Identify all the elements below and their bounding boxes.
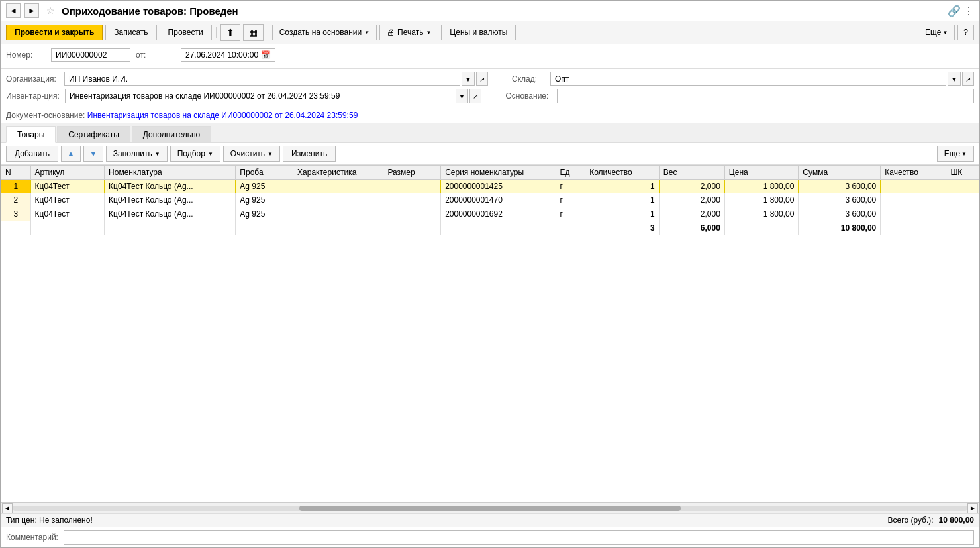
doc-number: ИИ000000002 (51, 48, 130, 62)
printer-icon: 🖨 (387, 28, 395, 37)
move-up-button[interactable]: ▲ (61, 146, 81, 162)
cell-weight: 2,000 (659, 207, 724, 221)
change-button[interactable]: Изменить (283, 146, 336, 162)
back-button[interactable]: ◄ (6, 3, 21, 18)
prices-button[interactable]: Цены и валюты (441, 25, 516, 40)
horizontal-scrollbar[interactable]: ◄ ► (1, 502, 979, 513)
upload-button[interactable]: ⬆ (220, 24, 240, 41)
inv-input[interactable] (65, 89, 454, 103)
col-unit: Ед (556, 166, 585, 180)
down-arrow-icon: ▼ (89, 149, 97, 158)
print-button[interactable]: 🖨 Печать (379, 25, 438, 40)
date-label: от: (136, 50, 175, 60)
date-field[interactable]: 27.06.2024 10:00:00 📅 (181, 48, 275, 62)
cell-characteristic (293, 180, 383, 193)
table-button[interactable]: ▦ (243, 24, 264, 41)
cell-characteristic (293, 207, 383, 221)
doc-basis-link[interactable]: Инвентаризация товаров на складе ИИ00000… (87, 111, 358, 120)
cell-article: Кц04Тест (30, 193, 105, 207)
cell-quantity: 1 (585, 180, 660, 193)
org-dropdown-btn[interactable]: ▼ (462, 72, 475, 86)
total-weight: 6,000 (659, 221, 724, 235)
separator-2 (268, 27, 268, 38)
cell-weight: 2,000 (659, 193, 724, 207)
date-value: 27.06.2024 10:00:00 (185, 50, 258, 60)
comment-bar: Комментарий: (1, 527, 979, 547)
post-button[interactable]: Провести (160, 25, 212, 40)
favorite-button[interactable]: ☆ (43, 3, 58, 18)
num-label: Номер: (6, 50, 46, 60)
upload-icon: ⬆ (226, 27, 234, 38)
col-article: Артикул (30, 166, 105, 180)
status-bar: Тип цен: Не заполнено! Всего (руб.): 10 … (1, 513, 979, 527)
separator-1 (216, 27, 217, 38)
cell-sum: 3 600,00 (799, 207, 881, 221)
move-down-button[interactable]: ▼ (83, 146, 103, 162)
cell-size (383, 180, 441, 193)
col-quantity: Количество (585, 166, 660, 180)
tab-certificates[interactable]: Сертификаты (57, 126, 130, 142)
post-close-button[interactable]: Провести и закрыть (6, 25, 103, 40)
cell-n: 2 (1, 193, 31, 207)
cell-quality (881, 180, 946, 193)
warehouse-label: Склад: (512, 74, 545, 83)
basis-label: Основание: (505, 91, 552, 101)
scroll-right-btn[interactable]: ► (967, 503, 978, 514)
create-basis-button[interactable]: Создать на основании (272, 25, 377, 40)
link-button[interactable]: 🔗 (948, 5, 961, 17)
forward-button[interactable]: ► (24, 3, 39, 18)
doc-basis-label: Документ-основание: (6, 111, 85, 120)
calendar-icon[interactable]: 📅 (261, 50, 271, 60)
scroll-left-btn[interactable]: ◄ (2, 503, 13, 514)
cell-characteristic (293, 193, 383, 207)
page-title: Оприходование товаров: Проведен (62, 5, 944, 17)
cell-probe: Ag 925 (236, 193, 293, 207)
org-input[interactable] (64, 72, 460, 86)
warehouse-input[interactable] (550, 72, 946, 86)
cell-probe: Ag 925 (236, 207, 293, 221)
cell-nomenclature: Кц04Тест Кольцо (Ag... (105, 180, 236, 193)
org-open-btn[interactable]: ↗ (476, 72, 488, 86)
fill-button[interactable]: Заполнить (106, 146, 168, 162)
table-row[interactable]: 3Кц04ТестКц04Тест Кольцо (Ag...Ag 925200… (1, 207, 979, 221)
cell-quantity: 1 (585, 193, 660, 207)
org-label: Организация: (6, 74, 59, 83)
basis-input[interactable] (557, 89, 974, 103)
menu-button[interactable]: ⋮ (963, 5, 974, 17)
price-type-status: Тип цен: Не заполнено! (6, 516, 888, 525)
cell-price: 1 800,00 (724, 180, 799, 193)
cell-n: 3 (1, 207, 31, 221)
more-button[interactable]: Еще (918, 25, 955, 40)
scrollbar-thumb[interactable] (299, 506, 681, 511)
col-weight: Вес (659, 166, 724, 180)
inv-open-btn[interactable]: ↗ (469, 89, 481, 103)
comment-input[interactable] (64, 530, 974, 545)
cell-n: 1 (1, 180, 31, 193)
add-button[interactable]: Добавить (6, 146, 58, 162)
inv-label: Инвентар-ция: (6, 91, 60, 101)
sub-more-button[interactable]: Еще (937, 146, 974, 162)
warehouse-dropdown-btn[interactable]: ▼ (948, 72, 961, 86)
table-row[interactable]: 2Кц04ТестКц04Тест Кольцо (Ag...Ag 925200… (1, 193, 979, 207)
help-button[interactable]: ? (957, 25, 974, 40)
col-price: Цена (724, 166, 799, 180)
cell-unit: г (556, 180, 585, 193)
cell-barcode (946, 193, 979, 207)
cell-weight: 2,000 (659, 180, 724, 193)
cell-series: 2000000001470 (441, 193, 556, 207)
table-icon: ▦ (249, 27, 258, 38)
table-row[interactable]: 1Кц04ТестКц04Тест Кольцо (Ag...Ag 925200… (1, 180, 979, 193)
totals-row: 3 6,000 10 800,00 (1, 221, 979, 235)
warehouse-open-btn[interactable]: ↗ (962, 72, 974, 86)
tab-additional[interactable]: Дополнительно (132, 126, 211, 142)
inv-dropdown-btn[interactable]: ▼ (456, 89, 469, 103)
scrollbar-track[interactable] (13, 506, 967, 511)
col-characteristic: Характеристика (293, 166, 383, 180)
save-button[interactable]: Записать (105, 25, 156, 40)
cell-sum: 3 600,00 (799, 180, 881, 193)
cell-series: 2000000001425 (441, 180, 556, 193)
clear-button[interactable]: Очистить (223, 146, 280, 162)
selection-button[interactable]: Подбор (170, 146, 220, 162)
tab-goods[interactable]: Товары (6, 126, 56, 143)
cell-nomenclature: Кц04Тест Кольцо (Ag... (105, 207, 236, 221)
